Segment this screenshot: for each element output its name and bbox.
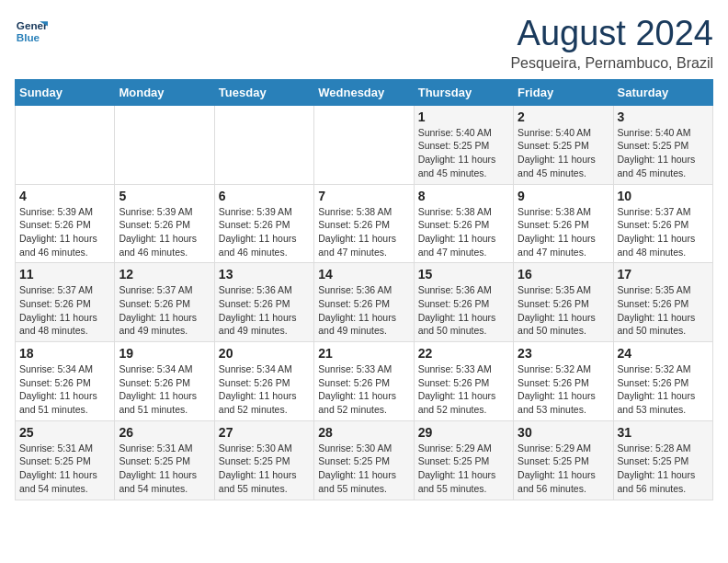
calendar-cell: 16Sunrise: 5:35 AM Sunset: 5:26 PM Dayli…	[514, 263, 613, 342]
day-info: Sunrise: 5:32 AM Sunset: 5:26 PM Dayligh…	[518, 362, 609, 417]
day-info: Sunrise: 5:38 AM Sunset: 5:26 PM Dayligh…	[518, 205, 609, 259]
day-info: Sunrise: 5:40 AM Sunset: 5:25 PM Dayligh…	[518, 126, 609, 180]
day-number: 16	[518, 267, 609, 282]
day-number: 17	[618, 267, 709, 282]
calendar-cell: 10Sunrise: 5:37 AM Sunset: 5:26 PM Dayli…	[613, 184, 712, 263]
day-number: 22	[418, 346, 509, 361]
calendar-cell: 3Sunrise: 5:40 AM Sunset: 5:25 PM Daylig…	[613, 105, 712, 184]
svg-text:Blue: Blue	[17, 31, 40, 43]
day-info: Sunrise: 5:33 AM Sunset: 5:26 PM Dayligh…	[418, 362, 509, 417]
day-number: 10	[618, 189, 709, 203]
calendar-cell: 18Sunrise: 5:34 AM Sunset: 5:26 PM Dayli…	[16, 342, 115, 421]
day-info: Sunrise: 5:29 AM Sunset: 5:25 PM Dayligh…	[418, 442, 509, 496]
calendar-cell: 23Sunrise: 5:32 AM Sunset: 5:26 PM Dayli…	[514, 342, 613, 421]
day-number: 4	[19, 189, 110, 203]
day-info: Sunrise: 5:34 AM Sunset: 5:26 PM Dayligh…	[219, 362, 310, 417]
calendar-cell: 27Sunrise: 5:30 AM Sunset: 5:25 PM Dayli…	[214, 420, 313, 500]
day-number: 12	[119, 267, 210, 282]
calendar-cell: 9Sunrise: 5:38 AM Sunset: 5:26 PM Daylig…	[514, 184, 613, 263]
calendar-cell: 14Sunrise: 5:36 AM Sunset: 5:26 PM Dayli…	[314, 263, 414, 342]
calendar-cell: 22Sunrise: 5:33 AM Sunset: 5:26 PM Dayli…	[414, 342, 513, 421]
day-info: Sunrise: 5:38 AM Sunset: 5:26 PM Dayligh…	[318, 205, 409, 259]
day-number: 13	[219, 267, 310, 282]
day-number: 28	[318, 425, 409, 440]
day-number: 1	[418, 109, 509, 124]
day-number: 24	[618, 346, 709, 361]
calendar-cell	[314, 105, 414, 184]
day-number: 27	[219, 425, 310, 440]
calendar-cell: 15Sunrise: 5:36 AM Sunset: 5:26 PM Dayli…	[414, 263, 513, 342]
calendar-cell: 20Sunrise: 5:34 AM Sunset: 5:26 PM Dayli…	[214, 342, 313, 421]
day-info: Sunrise: 5:35 AM Sunset: 5:26 PM Dayligh…	[518, 283, 609, 338]
week-row-4: 25Sunrise: 5:31 AM Sunset: 5:25 PM Dayli…	[16, 420, 713, 500]
calendar-cell	[16, 105, 115, 184]
header-day-tuesday: Tuesday	[214, 79, 313, 105]
header-day-thursday: Thursday	[414, 79, 513, 105]
day-info: Sunrise: 5:30 AM Sunset: 5:25 PM Dayligh…	[318, 442, 409, 496]
svg-text:General: General	[17, 19, 48, 31]
calendar-cell: 31Sunrise: 5:28 AM Sunset: 5:25 PM Dayli…	[613, 420, 712, 500]
calendar-cell: 29Sunrise: 5:29 AM Sunset: 5:25 PM Dayli…	[414, 420, 513, 500]
day-info: Sunrise: 5:34 AM Sunset: 5:26 PM Dayligh…	[19, 362, 110, 417]
calendar-cell: 4Sunrise: 5:39 AM Sunset: 5:26 PM Daylig…	[16, 184, 115, 263]
week-row-1: 4Sunrise: 5:39 AM Sunset: 5:26 PM Daylig…	[16, 184, 713, 263]
day-info: Sunrise: 5:39 AM Sunset: 5:26 PM Dayligh…	[219, 205, 310, 259]
calendar-cell: 17Sunrise: 5:35 AM Sunset: 5:26 PM Dayli…	[613, 263, 712, 342]
calendar-cell: 2Sunrise: 5:40 AM Sunset: 5:25 PM Daylig…	[514, 105, 613, 184]
calendar-cell	[115, 105, 214, 184]
day-info: Sunrise: 5:38 AM Sunset: 5:26 PM Dayligh…	[418, 205, 509, 259]
calendar-cell	[214, 105, 313, 184]
logo-icon: General Blue	[15, 15, 48, 48]
header-day-monday: Monday	[115, 79, 214, 105]
header-day-wednesday: Wednesday	[314, 79, 414, 105]
day-number: 9	[518, 189, 609, 203]
day-number: 23	[518, 346, 609, 361]
calendar-cell: 8Sunrise: 5:38 AM Sunset: 5:26 PM Daylig…	[414, 184, 513, 263]
day-info: Sunrise: 5:34 AM Sunset: 5:26 PM Dayligh…	[119, 362, 210, 417]
day-info: Sunrise: 5:31 AM Sunset: 5:25 PM Dayligh…	[119, 442, 210, 496]
day-number: 11	[19, 267, 110, 282]
day-info: Sunrise: 5:40 AM Sunset: 5:25 PM Dayligh…	[618, 126, 709, 180]
day-number: 6	[219, 189, 310, 203]
calendar-cell: 28Sunrise: 5:30 AM Sunset: 5:25 PM Dayli…	[314, 420, 414, 500]
day-info: Sunrise: 5:37 AM Sunset: 5:26 PM Dayligh…	[119, 283, 210, 338]
day-number: 18	[19, 346, 110, 361]
day-info: Sunrise: 5:36 AM Sunset: 5:26 PM Dayligh…	[418, 283, 509, 338]
day-number: 3	[618, 109, 709, 124]
calendar-header: SundayMondayTuesdayWednesdayThursdayFrid…	[16, 79, 713, 105]
day-info: Sunrise: 5:28 AM Sunset: 5:25 PM Dayligh…	[618, 442, 709, 496]
calendar-cell: 21Sunrise: 5:33 AM Sunset: 5:26 PM Dayli…	[314, 342, 414, 421]
calendar-cell: 5Sunrise: 5:39 AM Sunset: 5:26 PM Daylig…	[115, 184, 214, 263]
day-info: Sunrise: 5:30 AM Sunset: 5:25 PM Dayligh…	[219, 442, 310, 496]
calendar-cell: 19Sunrise: 5:34 AM Sunset: 5:26 PM Dayli…	[115, 342, 214, 421]
week-row-3: 18Sunrise: 5:34 AM Sunset: 5:26 PM Dayli…	[16, 342, 713, 421]
day-info: Sunrise: 5:39 AM Sunset: 5:26 PM Dayligh…	[119, 205, 210, 259]
day-info: Sunrise: 5:29 AM Sunset: 5:25 PM Dayligh…	[518, 442, 609, 496]
day-info: Sunrise: 5:31 AM Sunset: 5:25 PM Dayligh…	[19, 442, 110, 496]
day-number: 31	[618, 425, 709, 440]
day-info: Sunrise: 5:32 AM Sunset: 5:26 PM Dayligh…	[618, 362, 709, 417]
header-row: SundayMondayTuesdayWednesdayThursdayFrid…	[16, 79, 713, 105]
day-number: 15	[418, 267, 509, 282]
day-info: Sunrise: 5:35 AM Sunset: 5:26 PM Dayligh…	[618, 283, 709, 338]
calendar-cell: 1Sunrise: 5:40 AM Sunset: 5:25 PM Daylig…	[414, 105, 513, 184]
calendar-table: SundayMondayTuesdayWednesdayThursdayFrid…	[15, 79, 713, 500]
day-info: Sunrise: 5:37 AM Sunset: 5:26 PM Dayligh…	[19, 283, 110, 338]
subtitle: Pesqueira, Pernambuco, Brazil	[510, 55, 713, 72]
calendar-cell: 6Sunrise: 5:39 AM Sunset: 5:26 PM Daylig…	[214, 184, 313, 263]
day-number: 5	[119, 189, 210, 203]
day-number: 25	[19, 425, 110, 440]
calendar-body: 1Sunrise: 5:40 AM Sunset: 5:25 PM Daylig…	[16, 105, 713, 500]
day-number: 14	[318, 267, 409, 282]
header-day-sunday: Sunday	[16, 79, 115, 105]
calendar-cell: 7Sunrise: 5:38 AM Sunset: 5:26 PM Daylig…	[314, 184, 414, 263]
calendar-cell: 11Sunrise: 5:37 AM Sunset: 5:26 PM Dayli…	[16, 263, 115, 342]
calendar-cell: 26Sunrise: 5:31 AM Sunset: 5:25 PM Dayli…	[115, 420, 214, 500]
day-info: Sunrise: 5:37 AM Sunset: 5:26 PM Dayligh…	[618, 205, 709, 259]
calendar-cell: 25Sunrise: 5:31 AM Sunset: 5:25 PM Dayli…	[16, 420, 115, 500]
day-info: Sunrise: 5:39 AM Sunset: 5:26 PM Dayligh…	[19, 205, 110, 259]
week-row-0: 1Sunrise: 5:40 AM Sunset: 5:25 PM Daylig…	[16, 105, 713, 184]
day-number: 7	[318, 189, 409, 203]
day-number: 26	[119, 425, 210, 440]
main-title: August 2024	[510, 15, 713, 53]
